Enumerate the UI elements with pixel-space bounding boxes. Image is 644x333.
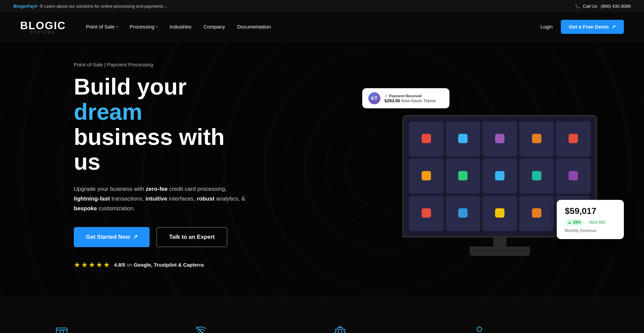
pos-app-icon — [409, 196, 444, 231]
wifi-off-icon — [193, 323, 209, 333]
monitor-stand-base — [470, 246, 530, 256]
chevron-down-icon: ▾ — [116, 25, 118, 29]
feature-item-1: No Internet Required Get rid of expensiv… — [193, 323, 312, 333]
pos-app-icon — [482, 121, 517, 157]
monitor-stand-neck — [493, 236, 506, 246]
pos-app-icon — [519, 121, 554, 157]
revenue-label: Monthly Revenue — [565, 228, 616, 233]
rating-suffix: on — [127, 262, 134, 268]
pos-app-icon — [556, 121, 591, 157]
person-icon — [471, 323, 487, 333]
hero-subtitle: Point-of-Sale | Payment Processing — [74, 62, 252, 67]
login-button[interactable]: Login — [540, 24, 553, 30]
hero-content: Point-of-Sale | Payment Processing Build… — [0, 62, 252, 269]
pos-app-icon — [409, 159, 444, 194]
hero-section: Point-of-Sale | Payment Processing Build… — [0, 42, 644, 296]
svg-rect-0 — [56, 328, 67, 333]
cash-icon — [54, 323, 70, 333]
hero-title: Build your dream business with us — [74, 74, 252, 174]
nav-point-of-sale[interactable]: Point of Sale ▾ — [86, 24, 117, 30]
svg-point-7 — [477, 327, 482, 332]
chevron-down-icon: ▾ — [156, 25, 158, 29]
revenue-card: $59,017 ▲ 29% +$14,460 Monthly Revenue — [557, 200, 624, 239]
hero-description: Upgrade your business with zero-fee cred… — [74, 184, 252, 214]
get-started-label: Get Started Now — [86, 234, 130, 240]
nav-industries[interactable]: Industries — [170, 24, 192, 30]
talk-expert-button[interactable]: Talk to an Expert — [156, 227, 227, 247]
contact-bar: 📞 Call Us: (800) 430-3089 — [575, 4, 631, 9]
demo-button[interactable]: Get a Free Demo ↗ — [561, 20, 624, 34]
rating-stars: ★★★★★ — [74, 261, 111, 269]
feature-item-2: Custom Flexible POS We can build custom … — [332, 323, 451, 333]
pos-app-icon — [482, 196, 517, 231]
gear-icon — [332, 323, 348, 333]
pos-app-icon — [482, 159, 517, 194]
payment-notification: KT ✓ Payment Received $293.00 from Kevin… — [362, 88, 449, 108]
nav-documentation[interactable]: Documentation — [237, 24, 271, 30]
revenue-extra: +$14,460 — [588, 220, 605, 225]
call-label: Call Us: — [583, 4, 598, 9]
features-section: 0% Credit Card Fees Pay 0% processing fe… — [0, 296, 644, 333]
nav-left: BLOGIC SYSTEMS Point of Sale ▾ Processin… — [20, 19, 271, 34]
pos-app-icon — [446, 159, 481, 194]
hero-buttons: Get Started Now ↗ Talk to an Expert — [74, 227, 252, 247]
check-icon: ✓ — [384, 94, 388, 98]
get-started-button[interactable]: Get Started Now ↗ — [74, 227, 150, 247]
main-nav: BLOGIC SYSTEMS Point of Sale ▾ Processin… — [0, 12, 644, 42]
up-arrow-icon: ▲ — [568, 220, 572, 225]
hero-image: KT ✓ Payment Received $293.00 from Kevin… — [382, 81, 617, 256]
phone-number: (800) 430-3089 — [601, 4, 631, 9]
pos-app-icon — [519, 196, 554, 231]
logo-sub: SYSTEMS — [20, 31, 66, 34]
hero-title-part1: Build your — [74, 74, 186, 99]
notification-title: ✓ Payment Received — [384, 94, 443, 98]
nav-company[interactable]: Company — [204, 24, 225, 30]
pos-app-icon — [446, 121, 481, 157]
hero-title-part2: business with us — [74, 124, 225, 175]
feature-item-0: 0% Credit Card Fees Pay 0% processing fe… — [54, 323, 173, 333]
nav-processing[interactable]: Processing ▾ — [130, 24, 158, 30]
blogicpay-brand: BlogicPay® — [13, 4, 38, 9]
pos-app-icon — [409, 121, 444, 157]
announcement-bar: BlogicPay® ® Learn about our solutions f… — [13, 4, 167, 9]
notification-amount: $293.00 from Kevin Trenor — [384, 98, 443, 103]
revenue-badge: ▲ 29% — [565, 219, 584, 226]
svg-point-1 — [60, 330, 63, 333]
announcement-text: ® Learn about our solutions for online p… — [40, 4, 167, 9]
pos-app-icon — [556, 159, 591, 194]
revenue-amount: $59,017 — [565, 206, 616, 216]
rating-text: 4.8/5 on Google, Trustpilot & Capterra — [114, 262, 204, 268]
hero-title-accent: dream — [74, 99, 142, 124]
arrow-icon: ↗ — [611, 24, 616, 30]
logo[interactable]: BLOGIC SYSTEMS — [20, 19, 66, 34]
arrow-icon: ↗ — [133, 233, 138, 240]
notification-content: ✓ Payment Received $293.00 from Kevin Tr… — [384, 94, 443, 103]
svg-point-6 — [338, 329, 342, 333]
pos-app-icon — [519, 159, 554, 194]
logo-text: BLOGIC — [20, 19, 66, 32]
badge-percent: 29% — [573, 220, 581, 225]
hero-rating: ★★★★★ 4.8/5 on Google, Trustpilot & Capt… — [74, 261, 252, 269]
pos-app-icon — [446, 196, 481, 231]
nav-links: Point of Sale ▾ Processing ▾ Industries … — [86, 24, 271, 30]
feature-item-3: Local Support You always have a point of… — [471, 323, 590, 333]
phone-icon: 📞 — [575, 4, 580, 9]
top-bar: BlogicPay® ® Learn about our solutions f… — [0, 0, 644, 12]
nav-right: Login Get a Free Demo ↗ — [540, 20, 624, 34]
avatar: KT — [368, 92, 380, 104]
